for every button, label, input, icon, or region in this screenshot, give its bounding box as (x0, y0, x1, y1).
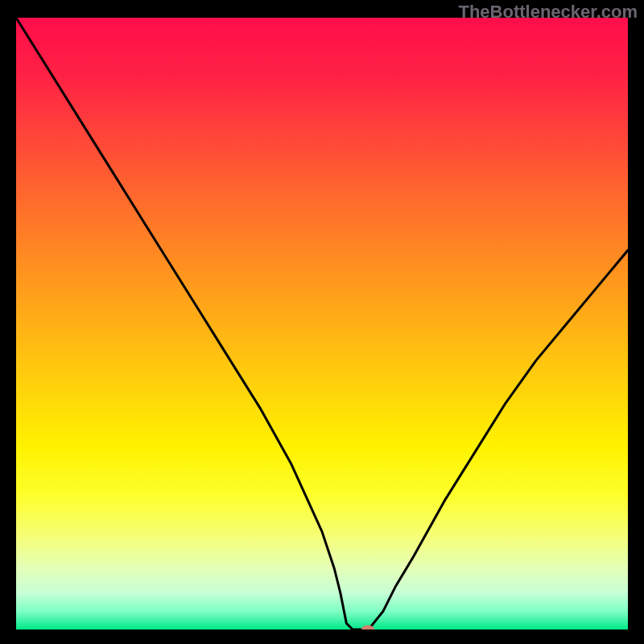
watermark-text: TheBottlenecker.com (458, 2, 638, 23)
chart-svg (16, 18, 628, 630)
chart-frame: TheBottlenecker.com (0, 0, 644, 644)
gradient-background (16, 18, 628, 630)
chart-plot-area (16, 18, 628, 630)
